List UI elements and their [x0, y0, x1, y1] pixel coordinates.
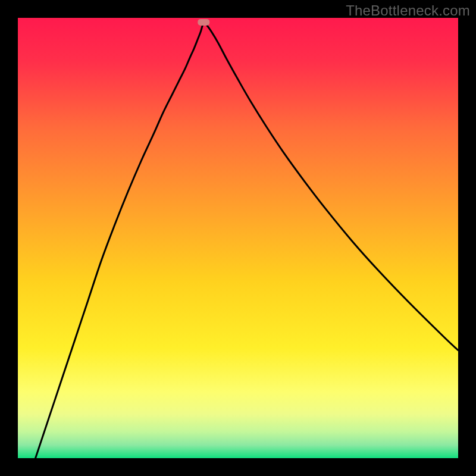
plot-area [18, 18, 458, 458]
chart-svg [18, 18, 458, 458]
watermark-label: TheBottleneck.com [346, 2, 470, 19]
chart-background [18, 18, 458, 458]
bottleneck-marker [198, 19, 209, 26]
chart-frame: TheBottleneck.com [0, 0, 476, 476]
